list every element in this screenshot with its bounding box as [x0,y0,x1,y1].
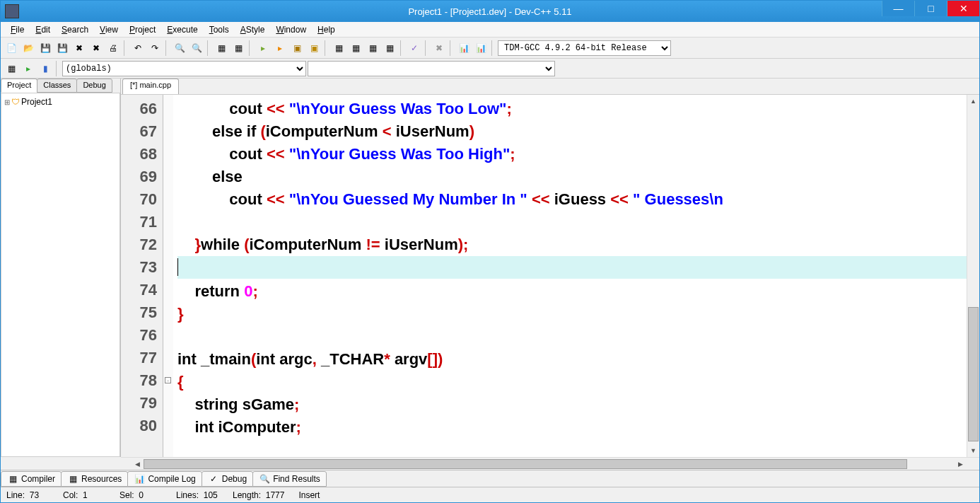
scroll-right-icon[interactable]: ▶ [954,458,967,470]
expand-icon[interactable]: ⊞ [4,98,10,106]
profile2-button[interactable]: 📊 [473,40,489,56]
titlebar[interactable]: Project1 - [Project1.dev] - Dev-C++ 5.11… [1,1,979,22]
hscroll-thumb[interactable] [144,459,907,469]
save-button[interactable]: 💾 [37,40,53,56]
rebuild-button[interactable]: ▣ [306,40,322,56]
scroll-up-icon[interactable]: ▲ [967,95,979,108]
open-file-button[interactable]: 📂 [21,40,36,56]
line-gutter: 666768697071727374757677787980 [121,95,163,457]
menu-edit[interactable]: Edit [30,23,56,36]
sidetab-classes[interactable]: Classes [37,79,77,93]
undo-button[interactable]: ↶ [130,40,146,56]
toolbar-scope: ▦ ▸ ▮ (globals) [1,59,979,79]
menu-window[interactable]: Window [270,23,312,36]
vertical-scrollbar[interactable]: ▲ ▼ [967,95,979,457]
side-panel: ProjectClassesDebug ⊞ 🛡 Project1 [1,79,121,457]
menu-tools[interactable]: Tools [204,23,235,36]
app-icon [5,4,19,18]
bottomtab-resources[interactable]: ▦Resources [61,471,128,487]
member-select[interactable] [308,61,555,76]
sidetab-debug[interactable]: Debug [76,79,112,93]
menu-search[interactable]: Search [56,23,94,36]
status-col: Col: 1 [63,490,105,500]
menu-view[interactable]: View [94,23,124,36]
fold-column[interactable]: - [163,95,173,457]
bookmark2-button[interactable]: ▮ [37,61,53,76]
bottom-tabs: ▦Compiler▦Resources📊Compile Log✓Debug🔍Fi… [1,470,979,487]
window-title: Project1 - [Project1.dev] - Dev-C++ 5.11 [408,6,571,17]
status-lines: Lines: 105 [176,490,218,500]
code-editor[interactable]: 666768697071727374757677787980 - cout <<… [121,94,979,457]
toolbar-main: 📄 📂 💾 💾 ✖ ✖ 🖨 ↶ ↷ 🔍 🔍 ▦ ▦ ▸ ▸ ▣ ▣ ▦ ▦ ▦ … [1,37,979,59]
menu-file[interactable]: File [5,23,30,36]
tab-icon: ✓ [208,473,219,485]
tab-icon: ▦ [7,473,18,485]
status-length: Length: 1777 [233,490,284,500]
expand-button[interactable]: ▸ [21,61,36,76]
editor-tabs: [*] main.cpp [121,79,979,94]
replace-button[interactable]: 🔍 [189,40,204,56]
redo-button[interactable]: ↷ [147,40,163,56]
horizontal-scrollbar[interactable]: ◀ ▶ [121,457,979,470]
collapse-button[interactable]: ▦ [4,61,19,76]
layout1-button[interactable]: ▦ [331,40,346,56]
workspace: ProjectClassesDebug ⊞ 🛡 Project1 [*] mai… [1,79,979,457]
scroll-down-icon[interactable]: ▼ [967,444,979,457]
compiler-select[interactable]: TDM-GCC 4.9.2 64-bit Release [498,40,671,56]
menu-astyle[interactable]: AStyle [235,23,271,36]
project-root-node[interactable]: ⊞ 🛡 Project1 [3,96,118,108]
scope-select[interactable]: (globals) [62,61,306,76]
status-line: Line: 73 [6,490,49,500]
project-icon: 🛡 [11,97,20,107]
menu-execute[interactable]: Execute [161,23,203,36]
goto-button[interactable]: ▦ [214,40,229,56]
status-mode: Insert [298,490,341,500]
statusbar: Line: 73 Col: 1 Sel: 0 Lines: 105 Length… [1,487,979,502]
print-button[interactable]: 🖨 [105,40,121,56]
fold-marker[interactable]: - [165,377,171,383]
menu-project[interactable]: Project [124,23,161,36]
bottomtab-compiler[interactable]: ▦Compiler [1,471,62,487]
bottomtab-compile-log[interactable]: 📊Compile Log [127,471,202,487]
layout4-button[interactable]: ▦ [382,40,397,56]
layout2-button[interactable]: ▦ [348,40,363,56]
project-tree[interactable]: ⊞ 🛡 Project1 [1,93,120,457]
code-area[interactable]: cout << "\nYour Guess Was Too Low"; else… [173,95,967,457]
tab-icon: 🔍 [259,473,270,485]
save-all-button[interactable]: 💾 [54,40,70,56]
maximize-button[interactable]: □ [914,1,947,16]
tab-icon: ▦ [67,473,78,485]
close-button[interactable]: ✕ [947,1,979,16]
bookmark-button[interactable]: ▦ [231,40,246,56]
run-button[interactable]: ▸ [272,40,288,56]
editor-tab-main[interactable]: [*] main.cpp [122,79,179,94]
side-tabs: ProjectClassesDebug [1,79,120,93]
tab-icon: 📊 [134,473,145,485]
bottomtab-debug[interactable]: ✓Debug [202,471,253,487]
bottomtab-find-results[interactable]: 🔍Find Results [252,471,327,487]
debug-button[interactable]: ✓ [407,40,422,56]
status-sel: Sel: 0 [119,490,162,500]
menubar: FileEditSearchViewProjectExecuteToolsASt… [1,22,979,37]
sidetab-project[interactable]: Project [1,79,37,93]
find-button[interactable]: 🔍 [172,40,187,56]
compile-run-button[interactable]: ▣ [289,40,305,56]
minimize-button[interactable]: — [882,1,914,16]
project-label: Project1 [21,97,52,107]
layout3-button[interactable]: ▦ [365,40,380,56]
compile-button[interactable]: ▸ [255,40,271,56]
new-file-button[interactable]: 📄 [4,40,19,56]
menu-help[interactable]: Help [312,23,341,36]
vscroll-thumb[interactable] [968,307,979,441]
close-file-button[interactable]: ✖ [71,40,87,56]
close-all-button[interactable]: ✖ [88,40,104,56]
scroll-left-icon[interactable]: ◀ [131,458,144,470]
profile-button[interactable]: 📊 [456,40,472,56]
editor-pane: [*] main.cpp 666768697071727374757677787… [121,79,979,457]
stop-button[interactable]: ✖ [431,40,447,56]
